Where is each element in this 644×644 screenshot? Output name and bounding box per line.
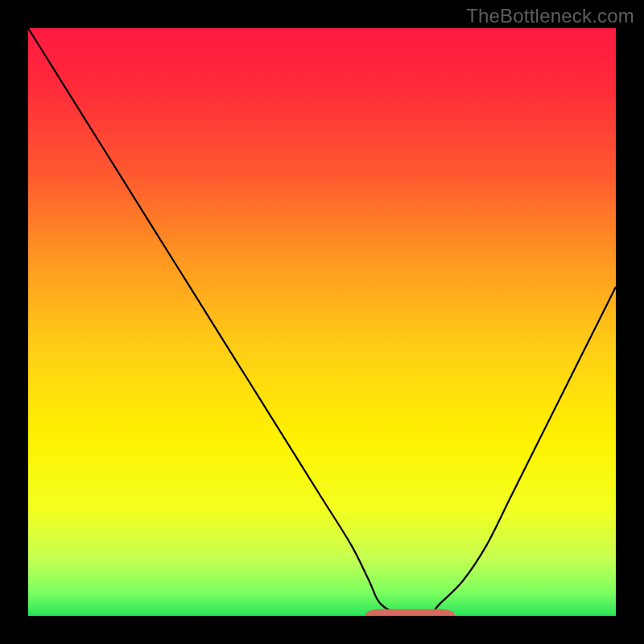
gradient-background (28, 28, 616, 616)
optimal-range-marker (369, 613, 451, 615)
bottleneck-chart (28, 28, 616, 616)
chart-frame (28, 28, 616, 616)
attribution-label: TheBottleneck.com (466, 5, 634, 27)
